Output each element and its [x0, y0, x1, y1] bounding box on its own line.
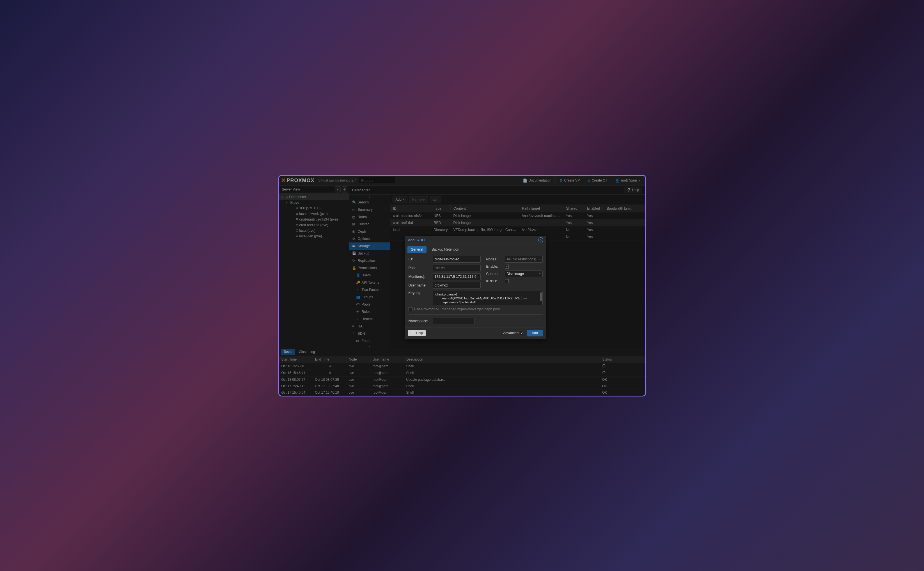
managed-pool-row: Use Proxmox VE managed hyper-converged c… [409, 307, 543, 311]
username-label: User name: [409, 283, 433, 287]
monitors-label: Monitor(s): [409, 275, 433, 279]
nodes-select[interactable]: All (No restrictions)▾ [505, 256, 543, 262]
enable-label: Enable: [486, 265, 505, 269]
dialog-help-button[interactable]: ❔ Help [408, 330, 426, 336]
content-select[interactable]: Disk image▾ [505, 270, 543, 277]
dialog-header: Add: RBD ✕ [405, 236, 546, 244]
keyring-label: Keyring: [409, 291, 433, 295]
dialog-add-button[interactable]: Add [527, 330, 543, 336]
namespace-label: Namespace: [409, 319, 433, 323]
advanced-checkbox[interactable]: ✓ [520, 331, 524, 335]
username-field[interactable] [433, 282, 481, 289]
managed-checkbox[interactable] [409, 307, 412, 311]
id-label: ID: [409, 257, 433, 261]
help-icon: ❔ [411, 331, 415, 335]
namespace-field[interactable] [433, 318, 475, 324]
pool-label: Pool: [409, 266, 433, 270]
dialog-title: Add: RBD [408, 238, 538, 242]
app-window: ✕ PROXMOX Virtual Environment 8.2.7 📄 Do… [278, 175, 646, 397]
krbd-checkbox[interactable] [505, 279, 509, 283]
advanced-label: Advanced [503, 331, 519, 335]
nodes-label: Nodes: [486, 257, 505, 261]
dialog-footer: ❔ Help Advanced ✓ Add [405, 327, 546, 339]
dialog-tabs: General Backup Retention [405, 244, 546, 253]
chevron-down-icon: ▾ [539, 258, 541, 261]
chevron-down-icon: ▾ [539, 272, 541, 275]
krbd-label: KRBD: [486, 279, 505, 283]
monitors-field[interactable] [433, 273, 481, 280]
pool-field[interactable] [433, 265, 481, 271]
dialog-body: ID: Pool: Monitor(s): User name: Nodes: … [405, 253, 546, 327]
id-field[interactable] [433, 256, 481, 262]
tab-backup-retention[interactable]: Backup Retention [428, 246, 463, 253]
managed-pool-label: Use Proxmox VE managed hyper-converged c… [414, 307, 500, 311]
enable-checkbox[interactable]: ✓ [505, 265, 509, 269]
divider [409, 315, 543, 315]
close-icon[interactable]: ✕ [538, 238, 543, 242]
tab-general[interactable]: General [407, 246, 426, 253]
add-rbd-dialog: Add: RBD ✕ General Backup Retention ID: … [405, 236, 546, 339]
scrollbar-thumb[interactable] [540, 292, 542, 301]
content-label: Content: [486, 272, 505, 276]
keyring-textarea[interactable]: [client.proxmox] key = AQD2VBJngg2uJxAAp… [433, 291, 543, 305]
